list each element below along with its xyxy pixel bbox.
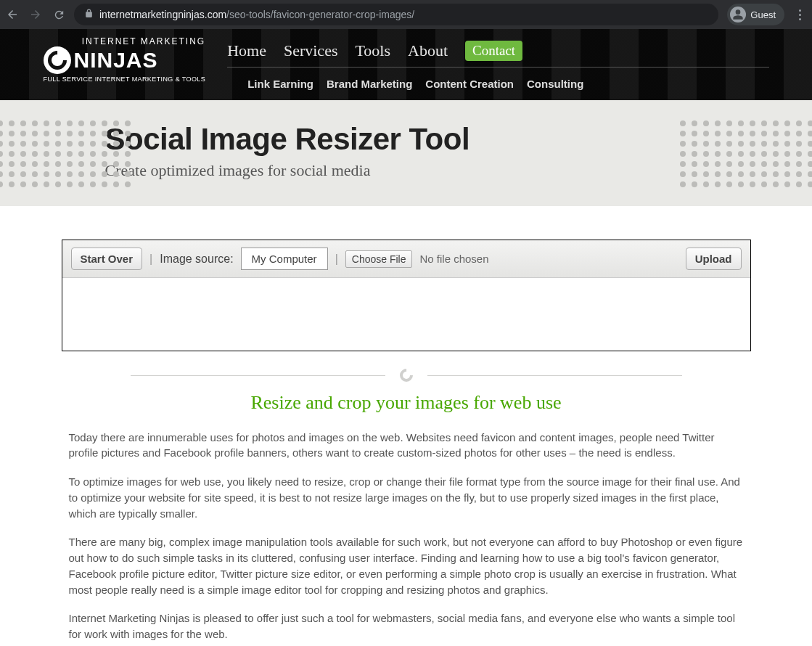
logo[interactable]: INTERNET MARKETING NINJAS FULL SERVICE I… [44,36,206,83]
reload-button[interactable] [52,8,65,21]
nav-home[interactable]: Home [227,41,266,60]
upload-button[interactable]: Upload [686,248,742,270]
page-title: Social Image Resizer Tool [105,122,708,157]
section-divider [131,369,682,382]
browser-toolbar: internetmarketingninjas.com/seo-tools/fa… [0,0,812,29]
start-over-button[interactable]: Start Over [71,248,143,270]
image-source-label: Image source: [160,253,233,266]
profile-button[interactable]: Guest [727,4,784,25]
swirl-icon [397,366,415,384]
forward-button[interactable] [29,8,42,21]
logo-sub-text: FULL SERVICE INTERNET MARKETING & TOOLS [44,75,206,83]
hero: Social Image Resizer Tool Create optimiz… [0,100,812,206]
file-status: No file chosen [419,253,488,265]
sub-nav: Link Earning Brand Marketing Content Cre… [227,68,768,90]
decorative-dots-left [0,120,132,187]
choose-file-button[interactable]: Choose File [345,250,413,268]
logo-top-text: INTERNET MARKETING [44,36,206,46]
nav-contact[interactable]: Contact [465,41,522,61]
back-button[interactable] [6,8,19,21]
paragraph: Internet Marketing Ninjas is pleased to … [69,610,744,642]
logo-main-text: NINJAS [74,48,158,73]
section-heading-1: Resize and crop your images for web use [69,389,744,417]
main-nav: Home Services Tools About Contact [227,36,768,68]
subnav-consulting[interactable]: Consulting [527,78,583,90]
subnav-link-earning[interactable]: Link Earning [247,78,313,90]
tool-canvas [62,278,750,351]
decorative-dots-right [680,120,812,187]
image-source-select[interactable]: My Computer [241,248,328,270]
tool-toolbar: Start Over | Image source: My Computer |… [62,240,750,278]
nav-about[interactable]: About [408,41,448,60]
paragraph: To optimize images for web use, you like… [69,474,744,521]
subnav-content-creation[interactable]: Content Creation [425,78,514,90]
separator: | [149,253,152,266]
tool-panel: Start Over | Image source: My Computer |… [62,240,751,351]
paragraph: There are many big, complex image manipu… [69,534,744,597]
paragraph: Today there are innumerable uses for pho… [69,430,744,462]
nav-buttons [6,8,65,21]
menu-button[interactable] [793,9,806,20]
lock-icon [84,8,94,21]
nav-tools[interactable]: Tools [355,41,390,60]
page-subtitle: Create optimized images for social media [105,161,708,180]
address-bar[interactable]: internetmarketingninjas.com/seo-tools/fa… [74,4,718,25]
avatar-icon [730,7,746,23]
url-text: internetmarketingninjas.com/seo-tools/fa… [99,9,414,20]
site-header: INTERNET MARKETING NINJAS FULL SERVICE I… [0,29,812,100]
logo-swirl-icon [44,46,71,74]
article-body: Resize and crop your images for web use … [62,389,751,646]
subnav-brand-marketing[interactable]: Brand Marketing [327,78,412,90]
separator: | [335,253,338,266]
profile-label: Guest [750,9,776,20]
nav-services[interactable]: Services [284,41,338,60]
